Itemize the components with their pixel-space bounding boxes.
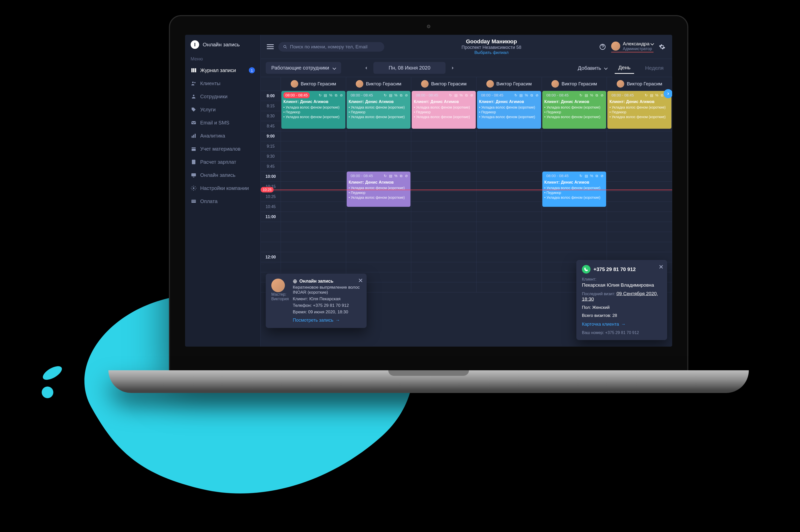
event-client: Клиент: Денис Агимов [349, 179, 409, 185]
view-day-tab[interactable]: День [615, 62, 634, 74]
time-label: 11:00 [261, 212, 280, 222]
scroll-right-button[interactable] [663, 89, 672, 98]
time-label: 9:00 [261, 131, 280, 141]
percent-icon: % [589, 174, 594, 178]
brand-logo-icon: I [190, 40, 199, 49]
company-name: Goodday Маникюр [389, 38, 594, 45]
nav-email[interactable]: Email и SMS [185, 116, 260, 129]
nav-settings[interactable]: Настройки компании [185, 182, 260, 195]
staff-column-header[interactable]: Виктор Герасим [542, 77, 607, 91]
avatar-icon [421, 80, 429, 88]
copy-icon: ⧉ [399, 174, 403, 178]
event-service: Укладка волос феном (короткие) [349, 115, 409, 119]
nav-services[interactable]: Услуги [185, 103, 260, 116]
cancel-icon: ⊘ [600, 174, 604, 178]
staff-column-header[interactable]: Виктор Герасим [281, 77, 346, 91]
appointment-block[interactable]: 08:00 - 08:45↻▤%⧉⊘Клиент: Денис АгимовУк… [607, 91, 671, 129]
company-header: Goodday Маникюр Проспект Независимости 5… [389, 38, 594, 55]
prev-day-button[interactable] [361, 62, 372, 74]
nav-online[interactable]: Онлайн запись [185, 169, 260, 182]
event-service: Укладка волос феном (короткие) [610, 105, 669, 110]
staff-filter-dropdown[interactable]: Работающие сотрудники [266, 62, 341, 74]
svg-point-6 [194, 82, 196, 83]
time-label: 12:00 [261, 252, 280, 262]
menu-toggle-icon[interactable] [267, 43, 274, 50]
appointment-block[interactable]: 08:00 - 08:45↻▤%⧉⊘Клиент: Денис АгимовУк… [347, 172, 411, 207]
brand-title: Онлайн запись [203, 41, 240, 48]
box-icon [190, 146, 197, 152]
main-area: Поиск по имени, номеру тел, Email Goodda… [261, 35, 672, 347]
staff-column-header[interactable]: Виктор Герасим [607, 77, 672, 91]
chart-icon [190, 133, 197, 139]
refresh-icon: ↻ [514, 93, 518, 97]
refresh-icon: ↻ [579, 93, 583, 97]
nav-label: Сотрудники [200, 94, 228, 99]
note-icon: ▤ [584, 93, 588, 97]
event-column: 08:00 - 08:45↻▤%⧉⊘Клиент: Денис АгимовУк… [411, 91, 476, 292]
appointment-block[interactable]: 08:00 - 08:45↻▤%⧉⊘Клиент: Денис АгимовУк… [412, 91, 476, 129]
help-icon[interactable] [599, 43, 606, 51]
user-menu[interactable]: Александра Администратор [611, 41, 654, 52]
nav-inventory[interactable]: Учет материалов [185, 142, 260, 155]
event-service: Укладка волос феном (короткие) [544, 195, 604, 200]
next-day-button[interactable] [447, 62, 458, 74]
time-label [261, 232, 280, 242]
appointment-block[interactable]: 08:00 - 08:45↻▤%⧉⊘Клиент: Денис АгимовУк… [281, 91, 345, 129]
date-picker[interactable]: Пн, 08 Июня 2020 [374, 62, 446, 74]
laptop-frame: I Онлайн запись Меню Журнал записи 1 Кли… [169, 15, 688, 393]
event-client: Клиент: Денис Агимов [479, 99, 539, 104]
cancel-icon: ⊘ [535, 93, 539, 97]
close-icon[interactable]: ✕ [358, 277, 363, 284]
appointment-block[interactable]: 08:00 - 08:45↻▤%⧉⊘Клиент: Денис АгимовУк… [347, 91, 411, 129]
svg-point-16 [193, 187, 194, 189]
app-screen: I Онлайн запись Меню Журнал записи 1 Кли… [185, 35, 672, 347]
nav-label: Аналитика [200, 133, 225, 139]
appointment-block[interactable]: 08:00 - 08:45↻▤%⧉⊘Клиент: Денис АгимовУк… [542, 91, 606, 129]
event-client: Клиент: Денис Агимов [349, 99, 409, 104]
svg-rect-9 [192, 136, 193, 138]
note-icon: ▤ [454, 93, 458, 97]
nav-salary[interactable]: Расчет зарплат [185, 155, 260, 169]
event-column: 08:00 - 08:45↻▤%⧉⊘Клиент: Денис АгимовУк… [476, 91, 542, 292]
staff-column-header[interactable]: Виктор Герасим [476, 77, 542, 91]
svg-rect-2 [192, 68, 193, 72]
refresh-icon: ↻ [449, 93, 453, 97]
svg-point-19 [284, 45, 286, 48]
event-service: Укладка волос феном (короткие) [284, 105, 343, 110]
arrow-right-icon [621, 322, 625, 327]
event-column: 08:00 - 08:45↻▤%⧉⊘Клиент: Денис АгимовУк… [281, 91, 346, 292]
view-booking-link[interactable]: Посмотреть запись [293, 318, 361, 323]
event-service: Педикюр [544, 190, 604, 195]
nav-label: Онлайн запись [200, 172, 236, 178]
client-card-link[interactable]: Карточка клиента [582, 322, 661, 327]
nav-clients[interactable]: Клиенты [185, 77, 260, 90]
settings-icon[interactable] [658, 43, 666, 51]
add-button[interactable]: Добавить [578, 65, 607, 71]
note-icon: ▤ [324, 93, 328, 97]
arrow-right-icon [335, 318, 340, 323]
view-week-tab[interactable]: Неделя [642, 62, 667, 74]
time-label [261, 262, 280, 272]
nav-staff[interactable]: Сотрудники [185, 90, 260, 103]
appointment-block[interactable]: 08:00 - 08:45↻▤%⧉⊘Клиент: Денис АгимовУк… [542, 172, 606, 207]
calc-icon [190, 159, 197, 165]
caller-popover: ✕ +375 29 81 70 912 Клиент: Пекарская Юл… [576, 260, 667, 340]
nav-journal[interactable]: Журнал записи 1 [185, 64, 260, 77]
nav-label: Журнал записи [200, 68, 236, 73]
staff-column-header[interactable]: Виктор Герасим [346, 77, 412, 91]
nav-label: Учет материалов [200, 146, 240, 152]
close-icon[interactable]: ✕ [658, 264, 663, 270]
event-service: Педикюр [414, 110, 474, 115]
nav-analytics[interactable]: Аналитика [185, 129, 260, 142]
percent-icon: % [589, 93, 594, 97]
event-time: 08:00 - 08:45 [479, 92, 505, 98]
nav-payment[interactable]: Оплата [185, 195, 260, 208]
event-client: Клиент: Денис Агимов [414, 99, 474, 104]
appointment-block[interactable]: 08:00 - 08:45↻▤%⧉⊘Клиент: Денис АгимовУк… [477, 91, 541, 129]
branch-select-link[interactable]: Выбрать филиал [389, 50, 594, 55]
event-time: 08:00 - 08:45 [544, 92, 570, 98]
staff-column-header[interactable]: Виктор Герасим [411, 77, 476, 91]
topbar: Поиск по имени, номеру тел, Email Goodda… [261, 35, 672, 59]
search-input[interactable]: Поиск по имени, номеру тел, Email [278, 42, 384, 52]
popover-title: Онлайн запись [299, 279, 333, 284]
